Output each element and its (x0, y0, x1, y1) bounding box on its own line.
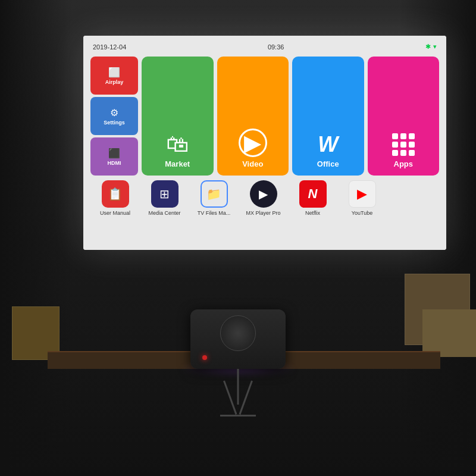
video-play-icon: ▶ (239, 129, 267, 157)
netflix-label: Netflix (305, 210, 320, 216)
office-label: Office (317, 159, 339, 168)
media-center-icon-box: ⊞ (151, 180, 178, 208)
large-tiles: 🛍 Market ▶ Video W Office (142, 57, 439, 176)
cardboard-box-right2 (422, 309, 476, 357)
apps-label: Apps (394, 159, 414, 168)
bottom-apps-row: 📋 User Manual ⊞ Media Center 📁 TV Files … (90, 180, 439, 216)
main-grid: ⬜ Airplay ⚙ Settings ⬛ HDMI 🛍 Market (90, 57, 439, 176)
user-manual-icon: 📋 (108, 187, 123, 201)
apps-grid-icon (392, 133, 415, 156)
app-tv-files[interactable]: 📁 TV Files Ma... (192, 180, 236, 216)
projector-device (190, 309, 286, 416)
video-label: Video (242, 159, 263, 168)
office-tile[interactable]: W Office (292, 57, 364, 176)
netflix-icon: N (308, 186, 318, 202)
media-center-label: Media Center (148, 210, 180, 216)
projector-lens (220, 315, 256, 351)
app-media-center[interactable]: ⊞ Media Center (142, 180, 187, 216)
hdmi-icon: ⬛ (108, 148, 120, 159)
bluetooth-icon: ✱ (425, 43, 431, 51)
settings-icon: ⚙ (110, 107, 118, 118)
video-tile[interactable]: ▶ Video (217, 57, 289, 176)
tripod-leg-left (223, 380, 237, 414)
youtube-icon-box: ▶ (349, 180, 376, 208)
media-center-icon: ⊞ (159, 187, 170, 201)
status-icons: ✱ ▾ (425, 43, 437, 51)
market-tile[interactable]: 🛍 Market (142, 57, 214, 176)
office-wps-icon: W (318, 132, 338, 157)
projection-screen: 2019-12-04 09:36 ✱ ▾ ⬜ Airplay ⚙ Setting… (83, 36, 446, 250)
airplay-tile[interactable]: ⬜ Airplay (90, 57, 138, 95)
projector-body (190, 309, 286, 369)
status-bar: 2019-12-04 09:36 ✱ ▾ (90, 43, 439, 51)
netflix-icon-box: N (299, 180, 327, 208)
mx-player-label: MX Player Pro (246, 210, 280, 216)
user-manual-label: User Manual (100, 210, 130, 216)
app-mx-player[interactable]: ▶ MX Player Pro (241, 180, 286, 216)
settings-label: Settings (104, 120, 125, 126)
tripod-leg-right (239, 380, 253, 414)
apps-tile[interactable]: Apps (368, 57, 440, 176)
status-time: 09:36 (268, 43, 284, 51)
market-icon: 🛍 (166, 131, 189, 157)
tv-files-label: TV Files Ma... (198, 210, 231, 216)
status-date: 2019-12-04 (93, 43, 126, 51)
left-tiles: ⬜ Airplay ⚙ Settings ⬛ HDMI (90, 57, 138, 176)
app-youtube[interactable]: ▶ YouTube (340, 180, 384, 216)
tv-files-icon-box: 📁 (201, 180, 228, 208)
youtube-label: YouTube (352, 210, 372, 216)
user-manual-icon-box: 📋 (102, 180, 129, 208)
app-user-manual[interactable]: 📋 User Manual (93, 180, 137, 216)
mx-player-icon-box: ▶ (250, 180, 277, 208)
wifi-icon: ▾ (433, 43, 437, 51)
tv-files-icon: 📁 (206, 187, 221, 201)
hdmi-label: HDMI (108, 160, 121, 166)
airplay-icon: ⬜ (108, 67, 120, 78)
projector-led (202, 355, 207, 360)
market-label: Market (165, 159, 190, 168)
app-netflix[interactable]: N Netflix (290, 180, 335, 216)
tripod (214, 369, 262, 416)
airplay-label: Airplay (105, 79, 124, 85)
hdmi-tile[interactable]: ⬛ HDMI (90, 137, 138, 176)
settings-tile[interactable]: ⚙ Settings (90, 97, 138, 135)
youtube-icon: ▶ (357, 186, 367, 202)
mx-player-icon: ▶ (259, 187, 268, 201)
